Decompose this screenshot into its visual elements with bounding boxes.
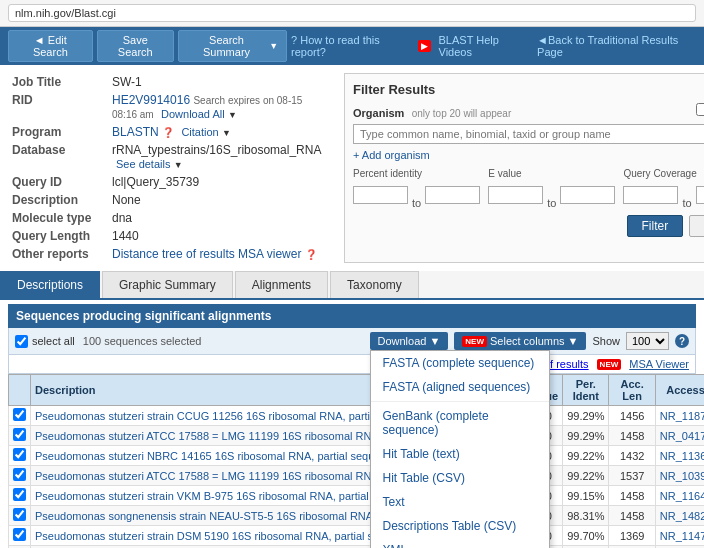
download-genbank[interactable]: GenBank (complete sequence) [371,404,549,442]
sequence-link[interactable]: Pseudomonas stutzeri strain VKM B-975 16… [35,490,420,502]
query-coverage-to[interactable] [696,186,704,204]
col-header-acclen[interactable]: Acc. Len [609,375,655,406]
blast-videos-link[interactable]: BLAST Help Videos [439,34,530,58]
to-label-2: to [547,181,556,209]
save-search-button[interactable]: Save Search [97,30,174,62]
sequence-link[interactable]: Pseudomonas stutzeri NBRC 14165 16S ribo… [35,450,398,462]
accession-link[interactable]: NR_116489.1 [660,490,704,502]
table-msa-viewer-link[interactable]: MSA Viewer [629,358,689,370]
youtube-icon: ▶ [418,40,431,52]
database-value: rRNA_typestrains/16S_ribosomal_RNA [112,143,321,157]
row-pident: 99.22% [563,466,609,486]
row-checkbox-cell[interactable] [9,486,31,506]
back-to-traditional-link[interactable]: ◄Back to Traditional Results Page [537,34,696,58]
organism-input[interactable] [353,124,704,144]
row-checkbox-cell[interactable] [9,526,31,546]
row-checkbox-cell[interactable] [9,406,31,426]
accession-link[interactable]: NR_041715.1 [660,430,704,442]
nav-right-links: ? How to read this report? ▶ BLAST Help … [291,34,696,58]
row-pident: 99.15% [563,486,609,506]
database-label: Database [8,141,108,173]
tab-taxonomy[interactable]: Taxonomy [330,271,419,298]
download-hit-table-csv[interactable]: Hit Table (CSV) [371,466,549,490]
reset-button[interactable]: Reset [689,215,704,237]
download-descriptions-csv[interactable]: Descriptions Table (CSV) [371,514,549,538]
row-checkbox-cell[interactable] [9,506,31,526]
search-summary-button[interactable]: Search Summary ▼ [178,30,287,62]
filter-button[interactable]: Filter [627,215,684,237]
query-id-value: lcl|Query_35739 [108,173,328,191]
accession-link[interactable]: NR_148295.1 [660,510,704,522]
select-columns-button[interactable]: NEW Select columns ▼ [454,332,586,350]
row-checkbox[interactable] [13,508,26,521]
edit-search-button[interactable]: ◄ Edit Search [8,30,93,62]
pct-identity-label: Percent identity [353,168,480,179]
question-icon: ❓ [162,127,174,138]
download-fasta-aligned[interactable]: FASTA (aligned sequences) [371,375,549,399]
help-icon[interactable]: ? [675,334,689,348]
evalue-to[interactable] [560,186,615,204]
row-acclen: 1458 [609,506,655,526]
pct-identity-to[interactable] [425,186,480,204]
query-len-label: Query Length [8,227,108,245]
citation-arrow-icon: ▼ [222,128,231,138]
add-organism-link[interactable]: + Add organism [353,149,430,161]
col-header-pident[interactable]: Per. Ident [563,375,609,406]
table-row: Pseudomonas stutzeri ATCC 17588 = LMG 11… [9,426,705,446]
col-header-accession[interactable]: Accession [655,375,704,406]
row-checkbox-cell[interactable] [9,466,31,486]
sequence-link[interactable]: Pseudomonas stutzeri strain DSM 5190 16S… [35,530,415,542]
url-display: nlm.nih.gov/Blast.cgi [8,4,696,22]
row-checkbox[interactable] [13,468,26,481]
row-checkbox[interactable] [13,428,26,441]
accession-link[interactable]: NR_113652.1 [660,450,704,462]
tab-descriptions[interactable]: Descriptions [0,271,100,298]
see-details-link[interactable]: See details [116,158,170,170]
select-all-checkbox[interactable] [15,335,28,348]
download-all-link[interactable]: Download All [161,108,225,120]
tab-alignments[interactable]: Alignments [235,271,328,298]
row-accession: NR_118758.1 [655,406,704,426]
accession-link[interactable]: NR_103934.2 [660,470,704,482]
accession-link[interactable]: NR_118758.1 [660,410,704,422]
row-checkbox-cell[interactable] [9,446,31,466]
citation-link[interactable]: Citation [181,126,218,138]
row-checkbox[interactable] [13,448,26,461]
download-button[interactable]: Download ▼ [370,332,449,350]
tab-graphic-summary[interactable]: Graphic Summary [102,271,233,298]
blastn-link[interactable]: BLASTN [112,125,159,139]
info-filter-section: Job Title SW-1 RID HE2V9914016 Search ex… [0,65,704,271]
download-hit-table-text[interactable]: Hit Table (text) [371,442,549,466]
row-accession: NR_116489.1 [655,486,704,506]
row-checkbox[interactable] [13,408,26,421]
download-xml[interactable]: XML [371,538,549,548]
row-checkbox[interactable] [13,488,26,501]
menu-divider-1 [371,401,549,402]
download-text[interactable]: Text [371,490,549,514]
other-reports-label: Other reports [8,245,108,263]
exclude-checkbox[interactable] [696,103,704,116]
row-pident: 98.31% [563,506,609,526]
evalue-from[interactable] [488,186,543,204]
rid-link[interactable]: HE2V9914016 [112,93,190,107]
download-dropdown-container: Download ▼ FASTA (complete sequence) FAS… [370,332,449,350]
query-coverage-from[interactable] [623,186,678,204]
accession-link[interactable]: NR_114751.1 [660,530,704,542]
show-select[interactable]: 100 50 20 10 [626,332,669,350]
row-checkbox[interactable] [13,528,26,541]
how-to-read-link[interactable]: ? How to read this report? [291,34,409,58]
distance-tree-link[interactable]: Distance tree of results [112,247,235,261]
download-fasta-complete[interactable]: FASTA (complete sequence) [371,351,549,375]
download-arrow-icon: ▼ [228,110,237,120]
description-value: None [108,191,328,209]
organism-label: Organism [353,107,404,119]
rid-cell: HE2V9914016 Search expires on 08-15 08:1… [108,91,328,123]
msa-viewer-link[interactable]: MSA viewer [238,247,301,261]
results-header-text: Sequences producing significant alignmen… [16,309,271,323]
results-table: Description Query Cover E value Per. Ide… [8,374,704,548]
row-checkbox-cell[interactable] [9,426,31,446]
browser-bar: nlm.nih.gov/Blast.cgi [0,0,704,27]
mol-type-label: Molecule type [8,209,108,227]
pct-identity-from[interactable] [353,186,408,204]
query-id-label: Query ID [8,173,108,191]
